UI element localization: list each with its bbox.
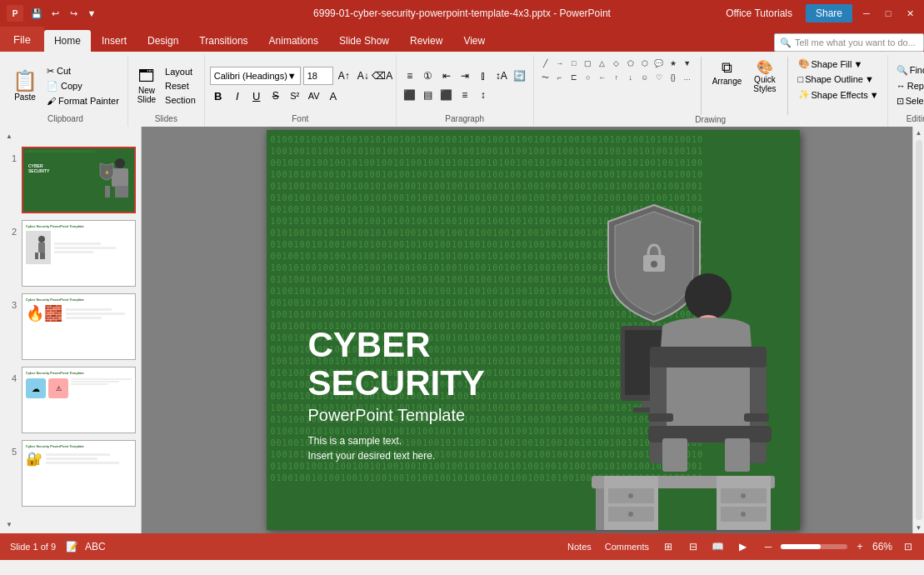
decrease-indent-button[interactable]: ⇤ — [438, 68, 455, 84]
new-slide-button[interactable]: 🗔 New Slide — [133, 64, 160, 107]
columns-button[interactable]: ⫿ — [475, 68, 492, 84]
zoom-out-button[interactable]: ─ — [759, 538, 777, 556]
reset-button[interactable]: Reset — [162, 79, 199, 92]
notes-button[interactable]: Notes — [564, 540, 595, 553]
undo-qat-button[interactable]: ↩ — [47, 5, 63, 22]
tab-review[interactable]: Review — [400, 30, 452, 52]
tab-home[interactable]: Home — [44, 30, 91, 52]
slide-thumb-2[interactable]: 2 Cyber Security PowerPoint Template — [3, 218, 137, 288]
zoom-slider[interactable] — [781, 544, 847, 549]
tab-slideshow[interactable]: Slide Show — [329, 30, 399, 52]
slide-thumb-1[interactable]: 1 01001010010010100101001010001001010 CY… — [3, 145, 137, 215]
align-right-button[interactable]: ⬛ — [438, 87, 455, 103]
slide-sorter-button[interactable]: ⊟ — [684, 538, 702, 556]
bold-button[interactable]: B — [210, 88, 227, 104]
up-arrow-shape[interactable]: ↑ — [610, 71, 623, 84]
tab-file[interactable]: File — [0, 27, 44, 52]
office-tutorials-button[interactable]: Office Tutorials — [719, 6, 799, 21]
line-shape[interactable]: ╱ — [539, 57, 552, 70]
format-painter-button[interactable]: 🖌 Format Painter — [43, 94, 122, 108]
arrange-button[interactable]: ⧉ Arrange — [708, 57, 747, 88]
convert-smartart-button[interactable]: 🔄 — [512, 68, 528, 84]
arrow-shape[interactable]: → — [553, 57, 567, 70]
font-color-button[interactable]: A — [325, 88, 342, 104]
diamond-shape[interactable]: ◇ — [610, 57, 623, 70]
tab-design[interactable]: Design — [137, 30, 188, 52]
canvas-area[interactable]: ▲ ▼ 010010100100100101010010010001001010… — [142, 127, 924, 533]
scroll-up-arrow[interactable]: ▲ — [913, 127, 925, 138]
slide-thumb-4[interactable]: 4 Cyber Security PowerPoint Template ☁ ⚠ — [3, 365, 137, 435]
bullets-button[interactable]: ≡ — [402, 68, 418, 84]
tab-animations[interactable]: Animations — [259, 30, 328, 52]
font-size-selector[interactable]: 18 — [303, 67, 333, 85]
copy-button[interactable]: 📄 Copy — [43, 79, 122, 93]
customize-qat-button[interactable]: ▼ — [83, 5, 100, 22]
tab-transitions[interactable]: Transitions — [189, 30, 257, 52]
numbering-button[interactable]: ① — [420, 68, 437, 84]
section-button[interactable]: Section — [162, 93, 199, 107]
text-direction-button[interactable]: ↕A — [493, 68, 510, 84]
select-button[interactable]: ⊡ Select ▼ — [893, 94, 924, 108]
canvas-scrollbar[interactable]: ▲ ▼ — [912, 127, 924, 533]
italic-button[interactable]: I — [229, 88, 246, 104]
decrease-font-button[interactable]: A↓ — [355, 68, 372, 84]
rect-shape[interactable]: □ — [567, 57, 581, 70]
zoom-in-button[interactable]: + — [851, 538, 869, 556]
down-arrow-shape[interactable]: ↓ — [624, 71, 637, 84]
more-shapes2[interactable]: … — [681, 71, 694, 84]
slide-panel-scroll-down[interactable]: ▼ — [3, 518, 15, 530]
rounded-rect-shape[interactable]: ▢ — [582, 57, 595, 70]
justify-button[interactable]: ≡ — [457, 87, 473, 103]
smiley-shape[interactable]: ☺ — [638, 71, 652, 84]
scroll-down-arrow[interactable]: ▼ — [913, 522, 925, 533]
save-qat-button[interactable]: 💾 — [28, 5, 45, 22]
align-center-button[interactable]: ▤ — [420, 87, 437, 103]
strikethrough-button[interactable]: S — [267, 88, 284, 104]
minimize-button[interactable]: ─ — [859, 6, 874, 21]
bracket-shape[interactable]: {} — [667, 71, 680, 84]
redo-qat-button[interactable]: ↪ — [65, 5, 82, 22]
font-name-selector[interactable]: Calibri (Headings) ▼ — [210, 67, 301, 85]
replace-button[interactable]: ↔ Replace — [893, 79, 924, 92]
heart-shape[interactable]: ♡ — [652, 71, 666, 84]
paste-button[interactable]: 📋 Paste — [8, 67, 42, 104]
shape-outline-button[interactable]: □ Shape Outline ▼ — [795, 72, 882, 86]
help-search[interactable]: 🔍 Tell me what you want to do... — [774, 33, 924, 52]
cylinder-shape[interactable]: ⊏ — [567, 71, 581, 84]
line-spacing-button[interactable]: ↕ — [475, 87, 492, 103]
normal-view-button[interactable]: ⊞ — [659, 538, 677, 556]
more-shapes[interactable]: ▼ — [681, 57, 694, 70]
curve-shape[interactable]: 〜 — [539, 71, 552, 84]
hexagon-shape[interactable]: ⬡ — [638, 57, 652, 70]
char-spacing-button[interactable]: AV — [306, 88, 322, 104]
presentation-view-button[interactable]: ▶ — [734, 538, 752, 556]
close-button[interactable]: ✕ — [902, 6, 917, 21]
shadow-button[interactable]: S² — [287, 88, 303, 104]
find-button[interactable]: 🔍 Find — [893, 63, 924, 78]
slide-thumb-3[interactable]: 3 Cyber Security PowerPoint Template 🔥🧱 — [3, 292, 137, 362]
fit-window-button[interactable]: ⊡ — [899, 538, 917, 556]
reading-view-button[interactable]: 📖 — [709, 538, 727, 556]
increase-indent-button[interactable]: ⇥ — [457, 68, 473, 84]
comments-button[interactable]: Comments — [602, 540, 652, 553]
quick-styles-button[interactable]: 🎨 Quick Styles — [749, 57, 780, 96]
tab-insert[interactable]: Insert — [92, 30, 137, 52]
clear-format-button[interactable]: ⌫A — [374, 68, 391, 84]
increase-font-button[interactable]: A↑ — [336, 68, 352, 84]
tab-view[interactable]: View — [453, 30, 495, 52]
elbow-shape[interactable]: ⌐ — [553, 71, 567, 84]
align-left-button[interactable]: ⬛ — [402, 87, 418, 103]
cut-button[interactable]: ✂ Cut — [43, 64, 122, 78]
slide-thumb-5[interactable]: 5 Cyber Security PowerPoint Template 🔐 — [3, 438, 137, 508]
maximize-button[interactable]: □ — [881, 6, 896, 21]
slide-panel-scroll-up[interactable]: ▲ — [3, 130, 15, 142]
underline-button[interactable]: U — [248, 88, 265, 104]
triangle-shape[interactable]: △ — [596, 57, 609, 70]
callout-shape[interactable]: 💬 — [652, 57, 666, 70]
layout-button[interactable]: Layout — [162, 65, 199, 78]
shape-effects-button[interactable]: ✨ Shape Effects ▼ — [795, 88, 882, 102]
star-shape[interactable]: ★ — [667, 57, 680, 70]
share-button[interactable]: Share — [806, 4, 852, 22]
shape-fill-button[interactable]: 🎨 Shape Fill ▼ — [795, 57, 882, 71]
left-arrow-shape[interactable]: ← — [596, 71, 609, 84]
